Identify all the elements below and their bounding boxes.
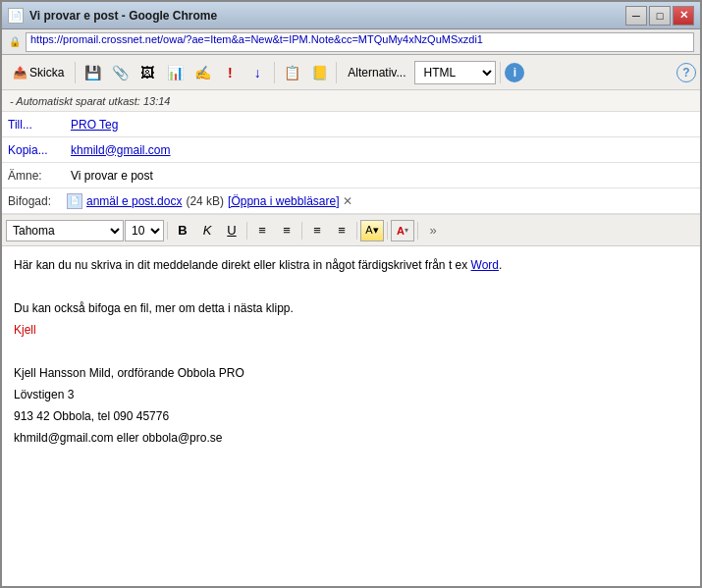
attachment-remove-button[interactable]: ✕ [343,194,352,208]
send-icon: 📤 [13,66,27,80]
compose-sig3: 913 42 Obbola, tel 090 45776 [14,407,688,425]
addressbook-button[interactable]: 📒 [306,60,332,85]
to-link[interactable]: PRO Teg [71,118,118,132]
to-value: PRO Teg [67,118,694,132]
ordered-list-button[interactable]: ≡ [275,220,298,241]
expand-toolbar-button[interactable]: » [421,220,445,241]
address-bar: 🔒 https://promail.crossnet.net/owa/?ae=I… [2,29,700,55]
title-bar: 📄 Vi provar e post - Google Chrome ─ □ ✕ [2,2,700,29]
italic-button[interactable]: K [195,220,219,241]
compose-sig1: Kjell Hansson Mild, ordförande Obbola PR… [14,364,688,382]
main-toolbar: 📤 Skicka 💾 📎 🖼 📊 ✍ ! ↓ 📋 📒 Alternativ...… [2,55,700,90]
attachment-file-icon: 📄 [67,193,82,209]
minimize-button[interactable]: ─ [625,6,647,26]
info-button[interactable]: i [505,63,524,82]
toolbar-sep-2 [274,62,275,83]
subject-value[interactable]: Vi provar e post [67,169,694,183]
attachment-filename[interactable]: anmäl e post.docx [86,194,182,208]
size-select[interactable]: 891011 121416 [125,220,164,241]
send-button[interactable]: 📤 Skicka [6,59,71,86]
attachment-open-link[interactable]: [Öppna i webbläsare] [228,194,339,208]
to-label[interactable]: Till... [8,118,67,132]
bold-button[interactable]: B [171,220,194,241]
close-button[interactable]: ✕ [673,6,694,26]
format-toolbar: Tahoma Arial Times New Roman 891011 1214… [2,215,700,246]
cc-value: khmild@gmail.com [67,143,694,157]
word-link[interactable]: Word [471,258,499,272]
priority-high-button[interactable]: ! [217,60,243,85]
signature-button[interactable]: ✍ [189,60,215,85]
table-button[interactable]: 📊 [162,60,188,85]
fmt-sep-1 [167,222,168,240]
save-button[interactable]: 💾 [80,60,105,85]
fmt-sep-2 [246,222,247,240]
toolbar-sep-3 [336,62,337,83]
check-names-button[interactable]: 📋 [279,60,304,85]
subject-label: Ämne: [8,169,67,183]
maximize-button[interactable]: □ [649,6,671,26]
toolbar-sep-4 [500,62,501,83]
email-fields: Till... PRO Teg Kopia... khmild@gmail.co… [2,112,700,215]
unordered-list-button[interactable]: ≡ [250,220,274,241]
compose-area[interactable]: Här kan du nu skriva in dit meddelande d… [2,246,700,586]
main-window: 📄 Vi provar e post - Google Chrome ─ □ ✕… [0,0,702,588]
url-input[interactable]: https://promail.crossnet.net/owa/?ae=Ite… [26,32,694,52]
fmt-sep-3 [301,222,302,240]
attachment-label: Bifogad: [8,194,67,208]
compose-sig2: Lövstigen 3 [14,386,688,403]
align-right-button[interactable]: ≡ [330,220,353,241]
font-select[interactable]: Tahoma Arial Times New Roman [6,220,124,241]
autosave-text: - Automatiskt sparat utkast: 13:14 [10,95,170,107]
help-button[interactable]: ? [676,63,696,82]
attachment-area: 📄 anmäl e post.docx (24 kB) [Öppna i web… [67,193,352,209]
attach-button[interactable]: 📎 [107,60,133,85]
fmt-sep-5 [387,222,388,240]
attachment-size: (24 kB) [186,194,224,208]
compose-sig4: khmild@gmail.com eller obbola@pro.se [14,429,688,447]
fmt-sep-4 [356,222,357,240]
cc-label[interactable]: Kopia... [8,143,67,157]
format-select[interactable]: HTML Plain Text [414,61,496,84]
cc-link[interactable]: khmild@gmail.com [71,143,171,157]
underline-button[interactable]: U [220,220,243,241]
toolbar-sep-1 [75,62,76,83]
compose-line1: Här kan du nu skriva in dit meddelande d… [14,256,688,274]
fmt-sep-6 [417,222,418,240]
compose-line2 [14,278,688,295]
window-controls: ─ □ ✕ [625,6,694,26]
image-button[interactable]: 🖼 [135,60,160,85]
subject-row: Ämne: Vi provar e post [2,163,700,188]
priority-low-button[interactable]: ↓ [244,60,270,85]
compose-line3: Du kan också bifoga en fil, mer om detta… [14,299,688,317]
cc-row: Kopia... khmild@gmail.com [2,137,700,163]
compose-line5 [14,343,688,360]
window-title: Vi provar e post - Google Chrome [29,9,625,23]
alternatives-button[interactable]: Alternativ... [341,59,412,86]
font-color-button[interactable]: A▾ [391,220,414,241]
window-icon: 📄 [8,8,24,24]
align-left-button[interactable]: ≡ [305,220,329,241]
attachment-row: Bifogad: 📄 anmäl e post.docx (24 kB) [Öp… [2,188,700,214]
highlight-color-button[interactable]: A▾ [360,220,384,241]
autosave-bar: - Automatiskt sparat utkast: 13:14 [2,90,700,112]
to-row: Till... PRO Teg [2,112,700,137]
compose-line4: Kjell [14,321,688,339]
lock-icon: 🔒 [8,35,22,49]
